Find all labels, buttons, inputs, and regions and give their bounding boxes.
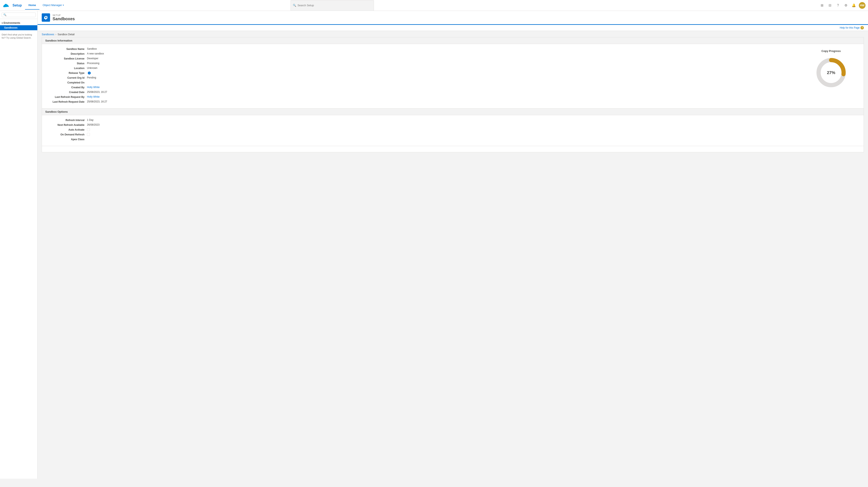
field-location: Location Unknown (45, 66, 798, 70)
settings-icon[interactable]: ⚙ (843, 2, 849, 8)
created-by-link[interactable]: Holly White (87, 86, 100, 89)
donut-label: 27% (827, 70, 835, 75)
top-nav-actions: ⊞ ⊟ ? ⚙ 🔔 HW (819, 2, 866, 9)
app-name: Setup (12, 4, 22, 7)
footer-bar (42, 146, 864, 152)
grid-view-icon[interactable]: ⊞ (819, 2, 825, 8)
sidebar-search-container: 🔍 sandbox (0, 11, 37, 19)
field-auto-activate: Auto Activate (45, 128, 860, 131)
field-completed-on: Completed On (45, 81, 798, 84)
field-refresh-interval: Refresh Interval 1 Day (45, 119, 860, 122)
sidebar-search-icon: 🔍 (3, 13, 6, 16)
last-refresh-by-link[interactable]: Holly White (87, 95, 100, 98)
avatar[interactable]: HW (859, 2, 866, 9)
field-next-refresh: Next Refresh Available 26/08/2023 (45, 123, 860, 126)
page-header-text: SETUP Sandboxes (53, 14, 75, 21)
tab-object-manager[interactable]: Object Manager ▾ (39, 1, 67, 9)
sandbox-options-section: Sandbox Options Refresh Interval 1 Day N… (42, 109, 864, 146)
setup-label: SETUP (53, 14, 75, 17)
notifications-icon[interactable]: 🔔 (851, 2, 857, 8)
tab-home[interactable]: Home (25, 1, 39, 9)
page-layout: 🔍 sandbox ▾ Environments Sandboxes Didn'… (0, 11, 868, 479)
page-title: Sandboxes (53, 17, 75, 21)
help-icon[interactable]: ? (835, 2, 841, 8)
breadcrumb: Sandboxes › Sandbox Detail (42, 31, 864, 37)
sidebar-item-sandboxes[interactable]: Sandboxes (0, 25, 37, 30)
field-current-org-id: Current Org Id Pending (45, 76, 798, 79)
chevron-down-icon: ▾ (2, 22, 3, 24)
on-demand-refresh-checkbox (87, 133, 90, 136)
top-navigation: Setup Home Object Manager ▾ 🔍 ⊞ ⊟ ? ⚙ 🔔 … (0, 0, 868, 11)
field-description: Description A new sandbox (45, 52, 798, 55)
settings-gear-icon (43, 15, 48, 20)
field-last-refresh-by: Last Refresh Request By Holly White (45, 95, 798, 98)
sandbox-options-fields: Refresh Interval 1 Day Next Refresh Avai… (45, 119, 860, 143)
help-circle-icon: ? (861, 26, 864, 29)
copy-progress-title: Copy Progress (822, 50, 841, 53)
apps-icon[interactable]: ⊟ (827, 2, 833, 8)
sidebar-section-header[interactable]: ▾ Environments (0, 21, 37, 25)
main-content: SETUP Sandboxes Help for this Page ? San… (37, 11, 868, 479)
field-created-date: Created Date 25/08/2023, 16:27 (45, 91, 798, 94)
sidebar-hint: Didn't find what you're looking for? Try… (0, 31, 37, 42)
section-header-sandbox-options: Sandbox Options (42, 109, 864, 115)
page-header: SETUP Sandboxes (37, 11, 868, 25)
sidebar-search-input[interactable]: sandbox (7, 13, 34, 16)
help-link[interactable]: Help for this Page ? (840, 26, 864, 29)
sidebar-section-environments: ▾ Environments Sandboxes (0, 19, 37, 31)
section-body-sandbox-info: Sandbox Name Sandbox Description A new s… (42, 44, 864, 108)
chevron-down-icon: ▾ (63, 4, 64, 6)
search-icon: 🔍 (293, 4, 296, 7)
copy-progress-area: Copy Progress 27% (802, 48, 860, 105)
field-release-type: Release Type i (45, 71, 798, 74)
search-input[interactable] (298, 4, 372, 7)
sandbox-info-fields: Sandbox Name Sandbox Description A new s… (45, 48, 798, 105)
section-body-sandbox-options: Refresh Interval 1 Day Next Refresh Avai… (42, 115, 864, 146)
section-header-sandbox-info: Sandbox Information (42, 37, 864, 44)
sidebar: 🔍 sandbox ▾ Environments Sandboxes Didn'… (0, 11, 37, 479)
field-on-demand-refresh: On Demand Refresh (45, 133, 860, 136)
content-area: Sandboxes › Sandbox Detail Sandbox Infor… (37, 31, 868, 156)
donut-chart: 27% (814, 56, 848, 89)
field-last-refresh-date: Last Refresh Request Date 25/08/2023, 16… (45, 100, 798, 103)
breadcrumb-parent[interactable]: Sandboxes (42, 33, 54, 36)
sandbox-information-section: Sandbox Information Sandbox Name Sandbox… (42, 37, 864, 109)
help-bar: Help for this Page ? (37, 25, 868, 31)
field-status: Status Processing (45, 62, 798, 65)
salesforce-logo[interactable] (2, 2, 9, 9)
field-apex-class: Apex Class (45, 138, 860, 141)
page-header-icon (42, 13, 50, 22)
auto-activate-checkbox (87, 128, 90, 131)
field-created-by: Created By Holly White (45, 86, 798, 89)
breadcrumb-separator: › (56, 33, 56, 36)
release-type-info-icon[interactable]: i (88, 71, 91, 74)
field-sandbox-license: Sandbox License Developer (45, 57, 798, 60)
sidebar-search-inner: 🔍 sandbox (2, 12, 36, 17)
breadcrumb-current: Sandbox Detail (58, 33, 74, 36)
svg-point-5 (4, 5, 8, 7)
field-sandbox-name: Sandbox Name Sandbox (45, 48, 798, 51)
